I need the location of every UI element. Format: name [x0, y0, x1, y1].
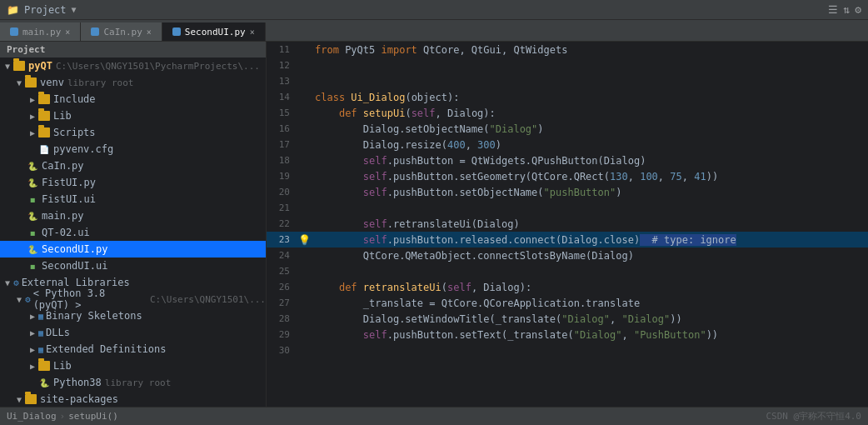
code-line-22: 22 self.retranslateUi(Dialog)	[267, 216, 868, 232]
tab-close-secondui[interactable]: ×	[250, 28, 255, 37]
line-num-13: 13	[267, 76, 297, 87]
tree-label-venv: venv	[40, 77, 64, 88]
icon-list[interactable]: ☰	[828, 3, 838, 16]
line-num-27: 27	[267, 298, 297, 308]
tree-label-binary: Binary Skeletons	[46, 310, 142, 322]
tree-item-secondui-ui[interactable]: ◼ SecondUI.ui	[0, 258, 266, 274]
folder-icon-lib-ext	[38, 361, 50, 371]
code-line-28: 28 Dialog.setWindowTitle(_translate("Dia…	[267, 311, 868, 327]
project-icon: 📁	[7, 4, 19, 16]
py-icon-main: 🐍	[27, 210, 38, 222]
line-num-23: 23	[267, 234, 297, 245]
tree-item-python38[interactable]: ▼ ⚙ < Python 3.8 (pyQT) > C:\Users\QNGY1…	[0, 291, 266, 308]
line-num-19: 19	[267, 171, 297, 182]
tabs-bar: main.py × CaIn.py × SecondUI.py ×	[0, 20, 868, 42]
icon-settings[interactable]: ⚙	[855, 3, 861, 16]
arrow-scripts: ▶	[27, 128, 38, 138]
code-line-12: 12	[267, 58, 868, 73]
tree-label-pyqt: pyQT	[28, 60, 52, 72]
tree-item-main-py[interactable]: 🐍 main.py	[0, 208, 266, 224]
tree-item-python38-root[interactable]: 🐍 Python38 library root	[0, 374, 266, 391]
tab-cain-py[interactable]: CaIn.py ×	[81, 22, 162, 41]
code-content-22: self.retranslateUi(Dialog)	[312, 218, 520, 230]
tree-item-fistui-py[interactable]: 🐍 FistUI.py	[0, 174, 266, 191]
arrow-venv: ▼	[13, 78, 25, 88]
tree-item-pyqt[interactable]: ▼ pyQT C:\Users\QNGY1501\PycharmProjects…	[0, 58, 266, 74]
breadcrumb-method: setupUi()	[68, 411, 118, 422]
ui-icon-fistui: ◼	[27, 193, 38, 205]
code-content-15: def setupUi(self, Dialog):	[312, 108, 496, 119]
py-file-icon-3	[172, 28, 181, 36]
code-line-26: 26 def retranslateUi(self, Dialog):	[267, 279, 868, 295]
tab-close-main[interactable]: ×	[65, 28, 70, 37]
arrow-include: ▶	[27, 95, 38, 104]
code-content-13	[312, 76, 321, 88]
code-content-19: self.pushButton.setGeometry(QtCore.QRect…	[312, 171, 718, 182]
tree-label-fistui-py: FistUI.py	[42, 177, 96, 188]
code-line-24: 24 QtCore.QMetaObject.connectSlotsByName…	[267, 248, 868, 263]
tree-item-scripts[interactable]: ▶ Scripts	[0, 124, 266, 141]
code-line-18: 18 self.pushButton = QtWidgets.QPushButt…	[267, 152, 868, 168]
tree-label-fistui-ui: FistUI.ui	[42, 193, 96, 205]
tree-label-qt02: QT-02.ui	[42, 227, 90, 238]
code-line-23: 23 💡 self.pushButton.released.connect(Di…	[267, 232, 868, 248]
code-line-15: 15 def setupUi(self, Dialog):	[267, 105, 868, 121]
tree-item-secondui-py[interactable]: 🐍 SecondUI.py	[0, 241, 266, 258]
code-line-25: 25	[267, 263, 868, 279]
tree-item-lib-ext[interactable]: ▶ Lib	[0, 358, 266, 374]
arrow-extdefs: ▶	[27, 345, 38, 354]
tab-secondui-py[interactable]: SecondUI.py ×	[162, 22, 266, 41]
py-file-icon	[10, 28, 18, 36]
arrow-lib-ext: ▶	[27, 362, 38, 371]
code-content-30	[312, 345, 321, 357]
folder-icon-venv	[25, 78, 37, 88]
code-content-20: self.pushButton.setObjectName("pushButto…	[312, 187, 621, 198]
line-num-11: 11	[267, 44, 297, 55]
status-right: CSDN @宇称不守恒4.0	[766, 410, 861, 422]
code-line-20: 20 self.pushButton.setObjectName("pushBu…	[267, 184, 868, 200]
bars-icon-dlls: ▦	[38, 328, 43, 338]
bars-icon-binary: ▦	[38, 312, 43, 321]
sidebar: Project ▼ pyQT C:\Users\QNGY1501\Pycharm…	[0, 42, 267, 407]
code-content-28: Dialog.setWindowTitle(_translate("Dialog…	[312, 313, 682, 325]
tree-item-fistui-ui[interactable]: ◼ FistUI.ui	[0, 191, 266, 208]
tree-item-venv[interactable]: ▼ venv library root	[0, 74, 266, 91]
tree-label-lib-venv: Lib	[53, 110, 72, 122]
arrow-python38: ▼	[13, 295, 25, 304]
tree-item-extdefs[interactable]: ▶ ▦ Extended Definitions	[0, 341, 266, 358]
code-line-17: 17 Dialog.resize(400, 300)	[267, 137, 868, 152]
gutter-23: 💡	[297, 234, 312, 246]
code-area: 11 from PyQt5 import QtCore, QtGui, QtWi…	[267, 42, 868, 358]
tree-item-pyvenv[interactable]: 📄 pyvenv.cfg	[0, 141, 266, 158]
icon-sort[interactable]: ⇅	[843, 3, 850, 16]
line-num-21: 21	[267, 202, 297, 213]
tab-label-main: main.py	[22, 27, 61, 38]
tree-label-secondui-py: SecondUI.py	[42, 243, 107, 255]
tree-item-cain[interactable]: 🐍 CaIn.py	[0, 158, 266, 174]
breadcrumb-class: Ui_Dialog	[7, 411, 57, 422]
code-line-13: 13	[267, 73, 868, 89]
line-num-14: 14	[267, 92, 297, 102]
top-bar-arrow: ▼	[72, 5, 77, 14]
tree-item-include[interactable]: ▶ Include	[0, 91, 266, 108]
tab-close-cain[interactable]: ×	[147, 28, 152, 37]
folder-icon-site-packages	[25, 394, 37, 404]
top-bar-title: Project	[24, 4, 67, 16]
line-num-26: 26	[267, 282, 297, 292]
tree-item-lib-venv[interactable]: ▶ Lib	[0, 108, 266, 124]
line-num-29: 29	[267, 329, 297, 340]
py-icon-secondui: 🐍	[27, 243, 38, 255]
tab-label-cain: CaIn.py	[103, 27, 142, 38]
tree-item-qt02[interactable]: ◼ QT-02.ui	[0, 224, 266, 241]
folder-icon-scripts	[38, 128, 50, 138]
lightbulb-icon: 💡	[298, 234, 311, 246]
code-content-18: self.pushButton = QtWidgets.QPushButton(…	[312, 155, 646, 167]
py-icon-cain: 🐍	[27, 160, 38, 172]
line-num-17: 17	[267, 139, 297, 150]
code-content-17: Dialog.resize(400, 300)	[312, 139, 501, 151]
tree-item-dlls[interactable]: ▶ ▦ DLLs	[0, 324, 266, 341]
tree-label-python38-root: Python38	[53, 377, 102, 388]
tab-main-py[interactable]: main.py ×	[0, 22, 81, 41]
code-editor[interactable]: 11 from PyQt5 import QtCore, QtGui, QtWi…	[267, 42, 868, 407]
tree-item-site-packages[interactable]: ▼ site-packages	[0, 391, 266, 407]
